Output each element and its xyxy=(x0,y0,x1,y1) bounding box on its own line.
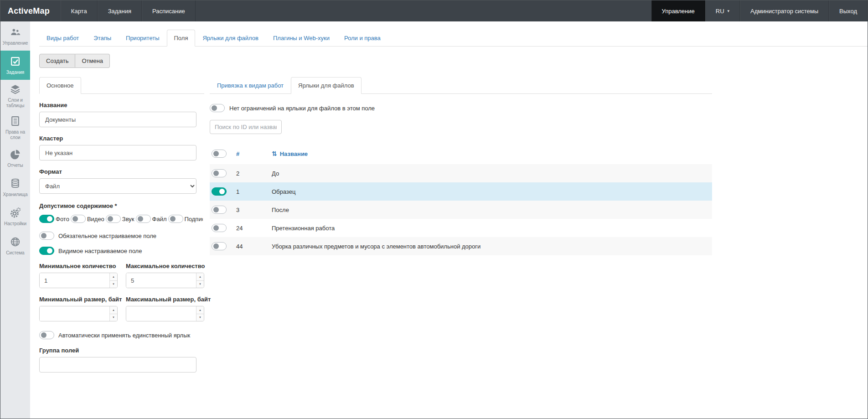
min-count-input[interactable] xyxy=(40,273,109,288)
sidebar-item-settings[interactable]: Настройки xyxy=(0,202,30,231)
content-toggle-switch-video[interactable] xyxy=(71,215,86,223)
content-toggle-label: Звук xyxy=(122,216,134,222)
sidebar-item-label: Отчеты xyxy=(7,163,23,168)
field-group-input[interactable] xyxy=(39,357,196,372)
content-toggle-switch-qr-code[interactable] xyxy=(204,215,205,223)
top-nav-logout[interactable]: Выход xyxy=(829,0,868,21)
sidebar-item-storages[interactable]: Хранилища xyxy=(0,173,30,202)
content-toggle-switch-sound[interactable] xyxy=(106,215,121,223)
max-size-stepper[interactable]: ▲▼ xyxy=(196,306,204,321)
stepper-up-icon[interactable]: ▲ xyxy=(196,273,204,281)
file-labels-tabs: Привязка к видам работ Ярлыки для файлов xyxy=(210,77,712,94)
id-column-header[interactable]: # xyxy=(236,150,272,157)
name-column-label: Название xyxy=(280,150,308,157)
toggle-all-switch[interactable] xyxy=(212,150,227,158)
tab-fields[interactable]: Поля xyxy=(167,30,196,47)
sidebar-item-layers-tables[interactable]: Слои и таблицы xyxy=(0,80,30,112)
stepper-down-icon[interactable]: ▼ xyxy=(196,314,204,321)
visible-field-label: Видимое настраиваемое поле xyxy=(58,248,142,254)
cluster-input[interactable] xyxy=(39,145,196,160)
label-search-input[interactable] xyxy=(210,120,282,134)
format-select[interactable]: Файл xyxy=(39,178,196,194)
tab-plugins-webhooks[interactable]: Плагины и Web-хуки xyxy=(266,30,337,47)
content-toggle-switch-signature[interactable] xyxy=(168,215,183,223)
top-nav-management[interactable]: Управление xyxy=(651,0,705,21)
max-count-stepper[interactable]: ▲▼ xyxy=(196,273,204,288)
table-row[interactable]: 1Образец xyxy=(210,182,712,201)
row-id: 1 xyxy=(236,188,272,195)
sidebar-item-label: Слои и таблицы xyxy=(1,98,29,108)
top-nav-admin[interactable]: Администратор системы xyxy=(740,0,829,21)
min-count-field: ▲▼ xyxy=(39,273,118,288)
sidebar-item-label: Задания xyxy=(6,70,25,75)
tab-work-types[interactable]: Виды работ xyxy=(39,30,86,47)
stepper-up-icon[interactable]: ▲ xyxy=(110,273,117,281)
stepper-down-icon[interactable]: ▼ xyxy=(110,281,117,288)
table-row[interactable]: 44Уборка различных предметов и мусора с … xyxy=(210,237,712,255)
row-name: До xyxy=(272,170,712,177)
content-toggle-signature: Подпись xyxy=(168,215,203,223)
row-switch[interactable] xyxy=(212,224,227,232)
tab-work-type-binding[interactable]: Привязка к видам работ xyxy=(210,77,291,94)
min-count-stepper[interactable]: ▲▼ xyxy=(109,273,117,288)
name-label: Название xyxy=(39,102,204,109)
top-nav-map[interactable]: Карта xyxy=(61,0,98,21)
content-toggle-label: Файл xyxy=(152,216,167,222)
min-size-label: Минимальный размер, байт xyxy=(39,296,118,303)
table-row[interactable]: 3После xyxy=(210,201,712,219)
row-switch[interactable] xyxy=(212,187,227,196)
min-size-input[interactable] xyxy=(40,306,109,321)
row-switch[interactable] xyxy=(212,169,227,177)
tab-priorities[interactable]: Приоритеты xyxy=(119,30,166,47)
content-toggle-switch-photo[interactable] xyxy=(39,215,54,223)
row-switch[interactable] xyxy=(212,242,227,250)
sidebar-item-reports[interactable]: Отчеты xyxy=(0,144,30,173)
labels-table: # ⇅ Название 2До1Образец3После24Претензи… xyxy=(210,143,712,255)
max-count-label: Максимальное количество xyxy=(126,263,204,269)
sidebar-item-tasks[interactable]: Задания xyxy=(0,51,30,80)
top-nav-tasks[interactable]: Задания xyxy=(98,0,142,21)
caret-down-icon: ▾ xyxy=(728,9,730,13)
table-row[interactable]: 2До xyxy=(210,164,712,182)
switch-knob xyxy=(213,243,219,249)
min-size-stepper[interactable]: ▲▼ xyxy=(109,306,117,321)
top-nav-right: УправлениеRU▾Администратор системыВыход xyxy=(651,0,868,21)
switch-knob xyxy=(213,171,219,176)
sidebar-item-system[interactable]: Система xyxy=(0,231,30,260)
stepper-up-icon[interactable]: ▲ xyxy=(196,306,204,314)
sidebar-item-management[interactable]: Управление xyxy=(0,21,30,51)
top-nav-schedule[interactable]: Расписание xyxy=(142,0,196,21)
sort-icon[interactable]: ⇅ xyxy=(272,150,277,157)
visible-field-toggle[interactable] xyxy=(39,247,54,255)
max-count-input[interactable] xyxy=(126,273,196,288)
cancel-button[interactable]: Отмена xyxy=(75,54,110,68)
tab-roles-rights[interactable]: Роли и права xyxy=(337,30,388,47)
content-toggle-photo: Фото xyxy=(39,215,69,223)
max-count-field: ▲▼ xyxy=(126,273,204,288)
sidebar-item-label: Управление xyxy=(3,41,28,46)
row-switch[interactable] xyxy=(212,206,227,214)
auto-apply-label-toggle[interactable] xyxy=(39,331,54,339)
content-toggle-label: Видео xyxy=(87,216,104,222)
tab-file-labels[interactable]: Ярлыки для файлов xyxy=(195,30,266,47)
tab-file-labels[interactable]: Ярлыки для файлов xyxy=(291,77,362,94)
table-row[interactable]: 24Претензионная работа xyxy=(210,219,712,237)
create-button[interactable]: Создать xyxy=(39,54,75,68)
stepper-down-icon[interactable]: ▼ xyxy=(196,281,204,288)
sidebar-item-layer-rights[interactable]: Права на слои xyxy=(0,112,30,144)
required-field-toggle[interactable] xyxy=(39,232,54,240)
max-size-input[interactable] xyxy=(126,306,196,321)
name-column-header[interactable]: ⇅ Название xyxy=(272,150,712,157)
stepper-up-icon[interactable]: ▲ xyxy=(110,306,117,314)
row-toggle-cell xyxy=(210,224,236,232)
cluster-label: Кластер xyxy=(39,135,204,142)
tab-stages[interactable]: Этапы xyxy=(86,30,119,47)
top-nav-language[interactable]: RU▾ xyxy=(705,0,740,21)
content-toggle-switch-file[interactable] xyxy=(136,215,151,223)
app-logo[interactable]: ActiveMap xyxy=(0,0,61,21)
name-input[interactable] xyxy=(39,112,196,127)
stepper-down-icon[interactable]: ▼ xyxy=(110,314,117,321)
field-group-label: Группа полей xyxy=(39,347,204,354)
no-limit-toggle[interactable] xyxy=(210,104,225,112)
tab-main[interactable]: Основное xyxy=(39,77,81,94)
